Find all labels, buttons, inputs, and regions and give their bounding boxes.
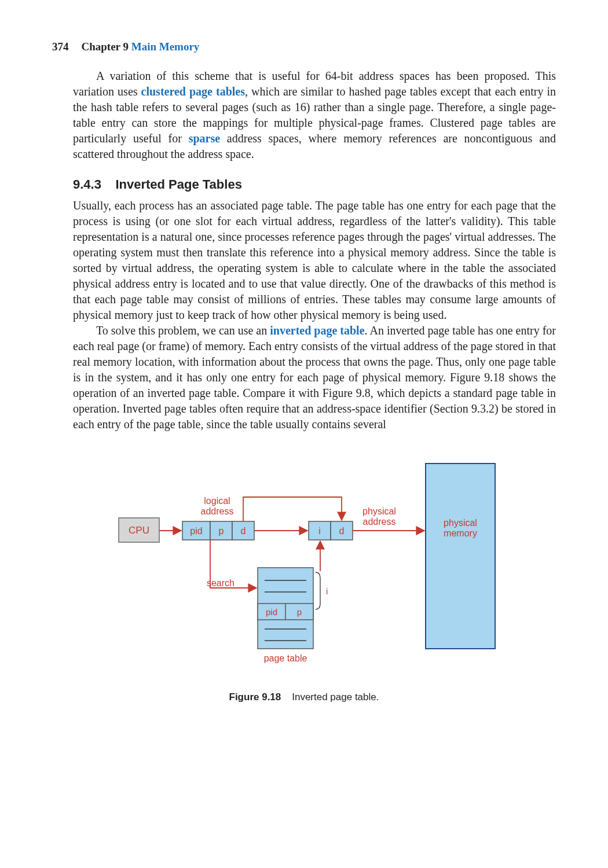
i-bracket-label: i: [326, 586, 328, 596]
chapter-title: Main Memory: [131, 41, 200, 53]
figure-caption-text: Inverted page table.: [292, 692, 379, 703]
arrow-d-copy: [243, 497, 342, 521]
figure-label: Figure 9.18: [229, 692, 281, 703]
paragraph-inverted: To solve this problem, we can use an inv…: [73, 323, 556, 432]
term-inverted-page-table: inverted page table: [270, 324, 364, 337]
i-bracket: [316, 572, 320, 609]
figure-svg: physical memory CPU pid p d logical addr…: [101, 458, 507, 678]
figure-caption: Figure 9.18 Inverted page table.: [229, 692, 379, 703]
logical-pid: pid: [190, 526, 202, 536]
text: To solve this problem, we can use an: [96, 324, 270, 337]
physical-address-label2: address: [363, 517, 396, 527]
section-title: Inverted Page Tables: [115, 177, 241, 192]
logical-address-label1: logical: [204, 496, 230, 506]
term-sparse: sparse: [189, 132, 220, 145]
paragraph-clustered: A variation of this scheme that is usefu…: [73, 68, 556, 162]
physical-memory-label: physical: [444, 518, 477, 528]
physical-memory-box: [426, 464, 495, 649]
physical-memory-label2: memory: [444, 528, 477, 538]
table-pid: pid: [266, 607, 277, 617]
page-header: 374 Chapter 9 Main Memory: [52, 41, 556, 53]
section-number: 9.4.3: [73, 177, 101, 192]
term-clustered-page-tables: clustered page tables: [141, 85, 245, 98]
cpu-label: CPU: [129, 525, 149, 536]
phys-i: i: [318, 526, 321, 536]
page-table-label: page table: [264, 653, 307, 663]
paragraph-usually: Usually, each process has an associated …: [73, 198, 556, 323]
page-number: 374: [52, 41, 69, 53]
text: Usually, each process has an associated …: [73, 199, 556, 321]
chapter-label: Chapter 9: [82, 41, 129, 53]
logical-p: p: [219, 526, 224, 536]
figure-9-18: physical memory CPU pid p d logical addr…: [52, 458, 556, 703]
table-p: p: [297, 607, 302, 617]
logical-address-label2: address: [201, 506, 234, 516]
text: . An inverted page table has one entry f…: [73, 324, 556, 431]
body-text: Usually, each process has an associated …: [73, 198, 556, 432]
section-heading: 9.4.3 Inverted Page Tables: [73, 177, 556, 192]
logical-d: d: [241, 526, 246, 536]
physical-address-label1: physical: [362, 506, 396, 516]
body-text: A variation of this scheme that is usefu…: [73, 68, 556, 162]
search-label: search: [207, 578, 235, 588]
phys-d: d: [339, 526, 345, 536]
